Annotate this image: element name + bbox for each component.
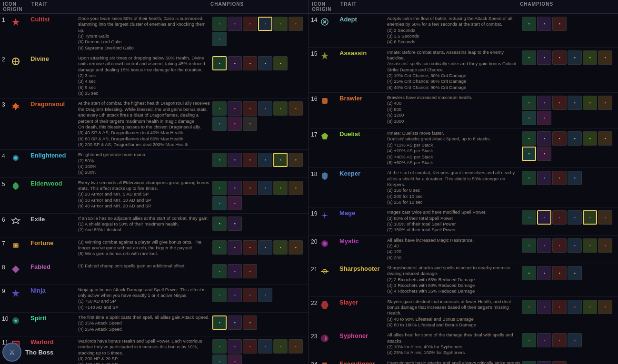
champion-icon[interactable]: ▪ <box>583 238 597 253</box>
champion-icon[interactable]: ▪ <box>598 238 612 253</box>
champion-icon[interactable]: ▪ <box>243 117 257 131</box>
champion-icon[interactable]: ▪ <box>228 339 242 354</box>
champion-icon[interactable]: ▪ <box>243 56 257 70</box>
champion-icon[interactable]: ▪ <box>552 333 567 347</box>
champion-icon[interactable]: ▪ <box>212 216 227 231</box>
champion-icon[interactable]: ▪ <box>522 147 536 161</box>
champion-icon[interactable]: ▪ <box>522 266 536 280</box>
champion-icon[interactable]: ▪ <box>228 216 242 231</box>
champion-icon[interactable]: ▪ <box>583 300 597 314</box>
champion-icon[interactable]: ▪ <box>537 361 551 364</box>
champion-icon[interactable]: ▪ <box>568 210 582 225</box>
champion-icon[interactable]: ▪ <box>243 339 257 354</box>
champion-icon[interactable]: ▪ <box>228 101 242 116</box>
champion-icon[interactable]: ▪ <box>243 181 257 195</box>
champion-icon[interactable]: ▪ <box>522 300 536 314</box>
champion-icon[interactable]: ▪ <box>228 264 242 278</box>
champion-icon[interactable]: ▪ <box>258 339 272 354</box>
champion-icon[interactable]: ▪ <box>522 171 536 185</box>
champion-icon[interactable]: ▪ <box>289 339 303 354</box>
champion-icon[interactable]: ▪ <box>228 17 242 31</box>
champion-icon[interactable]: ▪ <box>552 361 567 364</box>
champion-icon[interactable]: ▪ <box>552 210 567 225</box>
champion-icon[interactable]: ▪ <box>258 101 272 116</box>
champion-icon[interactable]: ▪ <box>598 50 612 65</box>
champion-icon[interactable]: ▪ <box>212 240 227 255</box>
champion-icon[interactable]: ▪ <box>258 181 272 195</box>
champion-icon[interactable]: ▪ <box>228 117 242 131</box>
champion-icon[interactable]: ▪ <box>568 333 582 347</box>
champion-icon[interactable]: ▪ <box>537 96 551 110</box>
champion-icon[interactable]: ▪ <box>522 333 536 347</box>
champion-icon[interactable]: ▪ <box>289 101 303 116</box>
champion-icon[interactable]: ▪ <box>522 17 536 31</box>
champion-icon[interactable]: ▪ <box>212 264 227 278</box>
champion-icon[interactable]: ▪ <box>228 56 242 70</box>
champion-icon[interactable]: ▪ <box>522 361 536 364</box>
champion-icon[interactable]: ▪ <box>583 96 597 110</box>
champion-icon[interactable]: ▪ <box>568 266 582 280</box>
champion-icon[interactable]: ▪ <box>568 50 582 65</box>
champion-icon[interactable]: ▪ <box>537 210 551 225</box>
champion-icon[interactable]: ▪ <box>552 266 567 280</box>
champion-icon[interactable]: ▪ <box>522 50 536 65</box>
champion-icon[interactable]: ▪ <box>273 339 288 354</box>
champion-icon[interactable]: ▪ <box>243 264 257 278</box>
champion-icon[interactable]: ▪ <box>522 210 536 225</box>
champion-icon[interactable]: ▪ <box>212 315 227 330</box>
champion-icon[interactable]: ▪ <box>243 101 257 116</box>
champion-icon[interactable]: ▪ <box>212 117 227 131</box>
champion-icon[interactable]: ▪ <box>258 288 272 302</box>
champion-icon[interactable]: ▪ <box>228 315 242 330</box>
champion-icon[interactable]: ▪ <box>568 96 582 110</box>
champion-icon[interactable]: ▪ <box>598 131 612 146</box>
champion-icon[interactable]: ▪ <box>228 181 242 195</box>
champion-icon[interactable]: ▪ <box>552 171 567 185</box>
champion-icon[interactable]: ▪ <box>522 131 536 146</box>
champion-icon[interactable]: ▪ <box>212 354 227 364</box>
champion-icon[interactable]: ▪ <box>243 315 257 330</box>
champion-icon[interactable]: ▪ <box>243 288 257 302</box>
champion-icon[interactable]: ▪ <box>598 210 612 225</box>
champion-icon[interactable]: ▪ <box>258 240 272 255</box>
champion-icon[interactable]: ▪ <box>537 238 551 253</box>
champion-icon[interactable]: ▪ <box>537 266 551 280</box>
champion-icon[interactable]: ▪ <box>212 17 227 31</box>
champion-icon[interactable]: ▪ <box>258 153 272 167</box>
champion-icon[interactable]: ▪ <box>212 196 227 210</box>
champion-icon[interactable]: ▪ <box>583 210 597 225</box>
champion-icon[interactable]: ▪ <box>537 147 551 161</box>
champion-icon[interactable]: ▪ <box>522 111 536 125</box>
champion-icon[interactable]: ▪ <box>552 300 567 314</box>
champion-icon[interactable]: ▪ <box>537 131 551 146</box>
champion-icon[interactable]: ▪ <box>552 131 567 146</box>
champion-icon[interactable]: ▪ <box>228 354 242 364</box>
champion-icon[interactable]: ▪ <box>289 17 303 31</box>
champion-icon[interactable]: ▪ <box>583 50 597 65</box>
champion-icon[interactable]: ▪ <box>258 56 272 70</box>
champion-icon[interactable]: ▪ <box>537 50 551 65</box>
champion-icon[interactable]: ▪ <box>273 181 288 195</box>
champion-icon[interactable]: ▪ <box>598 96 612 110</box>
champion-icon[interactable]: ▪ <box>212 101 227 116</box>
champion-icon[interactable]: ▪ <box>537 17 551 31</box>
champion-icon[interactable]: ▪ <box>258 17 272 31</box>
champion-icon[interactable]: ▪ <box>212 32 227 46</box>
champion-icon[interactable]: ▪ <box>228 153 242 167</box>
champion-icon[interactable]: ▪ <box>243 153 257 167</box>
champion-icon[interactable]: ▪ <box>522 238 536 253</box>
champion-icon[interactable]: ▪ <box>273 153 288 167</box>
champion-icon[interactable]: ▪ <box>598 300 612 314</box>
champion-icon[interactable]: ▪ <box>273 17 288 31</box>
champion-icon[interactable]: ▪ <box>522 96 536 110</box>
champion-icon[interactable]: ▪ <box>212 339 227 354</box>
champion-icon[interactable]: ▪ <box>289 240 303 255</box>
champion-icon[interactable]: ▪ <box>537 171 551 185</box>
champion-icon[interactable]: ▪ <box>537 333 551 347</box>
champion-icon[interactable]: ▪ <box>273 240 288 255</box>
champion-icon[interactable]: ▪ <box>583 131 597 146</box>
champion-icon[interactable]: ▪ <box>212 288 227 302</box>
champion-icon[interactable]: ▪ <box>228 240 242 255</box>
champion-icon[interactable]: ▪ <box>289 153 303 167</box>
champion-icon[interactable]: ▪ <box>537 300 551 314</box>
